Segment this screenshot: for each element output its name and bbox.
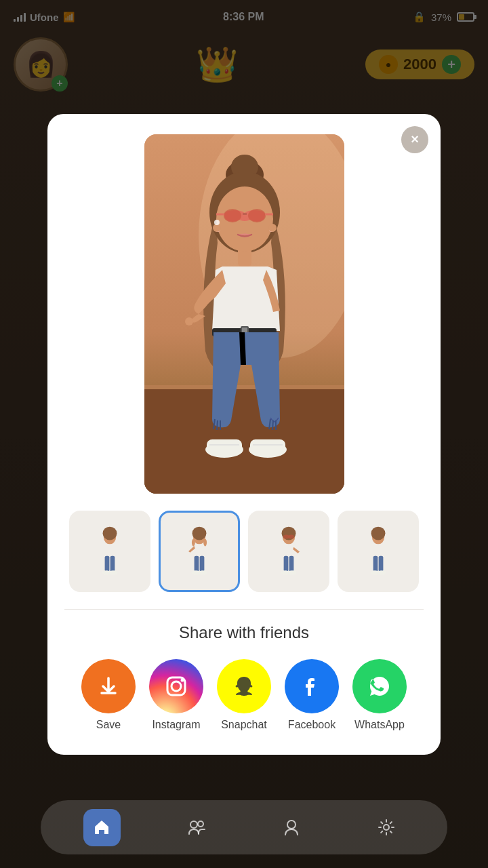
divider — [64, 609, 424, 610]
svg-rect-47 — [110, 555, 115, 571]
share-facebook-item[interactable]: Facebook — [285, 659, 339, 731]
svg-point-17 — [224, 209, 241, 222]
share-modal: × — [47, 114, 441, 755]
nav-avatar[interactable] — [273, 809, 310, 846]
svg-line-33 — [272, 420, 273, 430]
facebook-icon-circle — [285, 659, 339, 713]
overlay: × — [0, 0, 488, 868]
svg-point-77 — [378, 570, 386, 574]
share-title: Share with friends — [179, 623, 309, 642]
facebook-label: Facebook — [288, 719, 336, 731]
svg-point-83 — [287, 821, 296, 829]
svg-rect-56 — [195, 555, 199, 571]
svg-point-28 — [185, 317, 193, 326]
svg-point-62 — [282, 526, 296, 540]
bottom-nav — [41, 800, 447, 854]
share-instagram-item[interactable]: Instagram — [149, 659, 203, 731]
svg-line-30 — [217, 420, 218, 430]
svg-rect-45 — [105, 544, 115, 556]
variant-thumb-3[interactable] — [248, 511, 329, 592]
variants-row — [69, 511, 419, 592]
instagram-label: Instagram — [152, 719, 200, 731]
svg-rect-36 — [207, 439, 242, 454]
svg-rect-67 — [289, 555, 294, 571]
instagram-icon-circle — [149, 659, 203, 713]
variant-thumb-4[interactable] — [338, 511, 419, 592]
share-snapchat-item[interactable]: Snapchat — [217, 659, 271, 731]
snapchat-label: Snapchat — [221, 719, 267, 731]
avatar-illustration — [144, 134, 344, 494]
snapchat-icon-circle — [217, 659, 271, 713]
share-whatsapp-item[interactable]: WhatsApp — [352, 659, 407, 731]
svg-point-59 — [199, 570, 207, 574]
svg-rect-46 — [105, 555, 110, 571]
svg-rect-9 — [144, 389, 344, 494]
svg-rect-74 — [373, 555, 378, 571]
variant-thumb-2[interactable] — [159, 511, 240, 592]
svg-point-82 — [198, 821, 203, 827]
svg-point-79 — [171, 682, 181, 691]
svg-point-23 — [214, 220, 220, 225]
svg-rect-75 — [379, 555, 384, 571]
svg-point-64 — [288, 534, 294, 538]
svg-rect-73 — [373, 544, 384, 556]
svg-rect-65 — [284, 544, 294, 556]
svg-rect-57 — [200, 555, 205, 571]
avatar-preview — [144, 134, 344, 494]
whatsapp-label: WhatsApp — [354, 719, 405, 731]
svg-rect-38 — [250, 439, 285, 454]
share-save-item[interactable]: Save — [81, 659, 136, 731]
svg-rect-66 — [284, 555, 289, 571]
nav-home[interactable] — [83, 809, 121, 846]
svg-point-69 — [288, 570, 296, 574]
svg-point-52 — [192, 526, 207, 540]
nav-settings[interactable] — [368, 809, 405, 846]
svg-point-72 — [371, 526, 386, 540]
svg-point-63 — [283, 534, 289, 538]
svg-point-84 — [384, 825, 389, 830]
svg-rect-8 — [144, 385, 344, 389]
svg-rect-55 — [195, 544, 205, 556]
svg-point-18 — [248, 209, 266, 222]
svg-point-81 — [190, 821, 197, 828]
svg-point-80 — [181, 678, 184, 682]
close-button[interactable]: × — [401, 126, 428, 153]
svg-rect-19 — [243, 213, 247, 215]
whatsapp-icon-circle — [352, 659, 407, 713]
svg-point-49 — [109, 570, 117, 574]
save-label: Save — [96, 719, 121, 731]
variant-thumb-1[interactable] — [69, 511, 150, 592]
save-icon-circle — [81, 659, 136, 713]
svg-point-44 — [103, 526, 117, 540]
nav-friends[interactable] — [178, 809, 216, 846]
svg-point-24 — [268, 224, 277, 232]
share-icons-row: Save Instagram — [81, 659, 407, 731]
